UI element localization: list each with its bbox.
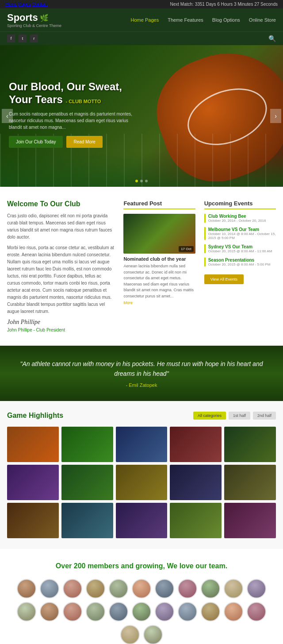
featured-more-link[interactable]: More [123, 301, 133, 305]
highlight-item-13[interactable] [116, 503, 168, 538]
logo-leaf-icon: 🌿 [40, 14, 49, 22]
event-date-4: October 20, 2015 @ 8:00 AM - 5:00 PM [208, 262, 276, 266]
filter-all-btn[interactable]: All categories [193, 412, 226, 420]
featured-image-badge: 17 Oct [179, 246, 194, 252]
filter-1st-btn[interactable]: 1st half [229, 412, 250, 420]
avatar-21 [224, 602, 243, 621]
avatar-11 [247, 579, 266, 598]
topbar-contact-link[interactable]: Contact [32, 2, 47, 7]
avatar-22 [247, 602, 266, 621]
highlight-item-11[interactable] [7, 503, 59, 538]
welcome-text-2: Morbi leo risus, porta ac conse ctetur a… [7, 244, 115, 315]
hero-section: Our Blood, Our Sweat, Your Tears - Club … [0, 45, 283, 187]
signature: John Phillipe [7, 319, 115, 326]
highlight-item-5[interactable] [224, 427, 276, 462]
nav-theme-features[interactable]: Theme Features [168, 17, 203, 23]
avatar-23 [120, 625, 140, 644]
highlights-header: Game Highlights All categories 1st half … [7, 412, 276, 420]
hero-dot-2[interactable] [140, 180, 143, 182]
avatar-1 [17, 579, 36, 598]
avatar-24 [143, 625, 163, 644]
main-navigation: Home Pages Theme Features Blog Options O… [131, 17, 276, 23]
welcome-title: Welcome To Our Club [7, 200, 115, 208]
logo-subtitle: Sporting Club & Centre Theme [7, 23, 61, 28]
avatar-18 [155, 602, 174, 621]
avatar-4 [86, 579, 105, 598]
avatar-9 [201, 579, 220, 598]
president-name: John Phillipe - Club President [7, 328, 115, 332]
events-title: Upcoming Events [204, 200, 276, 209]
highlights-filters: All categories 1st half 2nd half [193, 412, 276, 420]
welcome-left: Welcome To Our Club Cras justo odio, dap… [7, 200, 115, 332]
filter-2nd-btn[interactable]: 2nd half [253, 412, 276, 420]
avatar-8 [178, 579, 197, 598]
featured-post-text: Aenean lacinia bibendum nulla sed consec… [123, 263, 195, 299]
nav-home-pages[interactable]: Home Pages [131, 17, 159, 23]
event-name-1: Club Working Bee [208, 214, 276, 219]
nav-blog-options[interactable]: Blog Options [212, 17, 240, 23]
featured-title: Featured Post [123, 200, 195, 209]
event-item-3: Sydney VS Our Team October 20, 2015 @ 8:… [204, 244, 276, 253]
logo: Sports 🌿 Sporting Club & Centre Theme [7, 12, 61, 28]
hero-dot-1[interactable] [135, 180, 138, 182]
social-bar: f t r 🔍 [0, 31, 283, 45]
event-date-1: October 20, 2014 - October 20, 2016 [208, 219, 276, 223]
highlights-title: Game Highlights [7, 412, 63, 420]
highlight-item-6[interactable] [7, 465, 59, 500]
welcome-text-1: Cras justo odio, dapisonec elit non mi p… [7, 212, 115, 241]
event-name-2: Melbourne VS Our Team [208, 227, 276, 232]
hero-prev-button[interactable]: ‹ [2, 109, 13, 123]
nav-online-store[interactable]: Online Store [249, 17, 276, 23]
avatar-3 [63, 579, 82, 598]
event-date-2: October 10, 2014 @ 8:00 AM - October 15,… [208, 232, 276, 240]
twitter-icon[interactable]: t [19, 35, 27, 42]
members-title: Over 200 members and growing, We love ou… [7, 562, 276, 570]
quote-author: - Emil Zatopek [18, 382, 265, 388]
highlights-section: Game Highlights All categories 1st half … [0, 401, 283, 549]
topbar-pages-link[interactable]: Pages [18, 2, 31, 7]
members-title-highlight: We love our team. [167, 562, 228, 570]
event-date-3: October 20, 2015 @ 8:00 AM - 11:00 AM [208, 249, 276, 253]
hero-next-button[interactable]: › [270, 109, 281, 123]
highlight-item-12[interactable] [61, 503, 113, 538]
featured-post-title: Nominated club of the year [123, 256, 195, 262]
header: Sports 🌿 Sporting Club & Centre Theme Ho… [0, 8, 283, 31]
welcome-section: Welcome To Our Club Cras justo odio, dap… [0, 187, 283, 346]
highlight-item-3[interactable] [116, 427, 168, 462]
highlight-item-9[interactable] [170, 465, 222, 500]
avatar-5 [109, 579, 128, 598]
members-avatars [7, 579, 276, 644]
view-all-events-button[interactable]: View All Events [204, 274, 244, 284]
highlight-item-10[interactable] [224, 465, 276, 500]
welcome-middle: Featured Post 17 Oct Nominated club of t… [123, 200, 195, 332]
facebook-icon[interactable]: f [7, 35, 15, 42]
highlight-item-8[interactable] [116, 465, 168, 500]
event-item-2: Melbourne VS Our Team October 10, 2014 @… [204, 227, 276, 240]
hero-buttons: Join Our Club Today Read More [9, 136, 142, 148]
event-name-3: Sydney VS Our Team [208, 244, 276, 249]
avatar-12 [17, 602, 36, 621]
highlight-item-1[interactable] [7, 427, 59, 462]
highlight-item-14[interactable] [170, 503, 222, 538]
highlight-item-4[interactable] [170, 427, 222, 462]
avatar-15 [86, 602, 105, 621]
search-icon[interactable]: 🔍 [268, 35, 276, 42]
topbar-home-link[interactable]: Home [5, 2, 17, 7]
event-name-4: Season Presentations [208, 258, 276, 262]
rss-icon[interactable]: r [30, 35, 38, 42]
hero-content: Our Blood, Our Sweat, Your Tears - Club … [9, 81, 142, 148]
hero-dots [135, 180, 148, 182]
welcome-right: Upcoming Events Club Working Bee October… [204, 200, 276, 332]
avatar-17 [132, 602, 151, 621]
quote-text: "An athlete cannot run with money in his… [18, 359, 265, 379]
highlight-item-2[interactable] [61, 427, 113, 462]
join-club-button[interactable]: Join Our Club Today [9, 136, 63, 148]
avatar-14 [63, 602, 82, 621]
avatar-13 [40, 602, 59, 621]
hero-dot-3[interactable] [145, 180, 148, 182]
highlight-item-15[interactable] [224, 503, 276, 538]
highlight-item-7[interactable] [61, 465, 113, 500]
read-more-button[interactable]: Read More [66, 136, 102, 148]
topbar-countdown: Next Match: 3351 Days 6 Hours 3 Minutes … [170, 2, 278, 7]
avatar-19 [178, 602, 197, 621]
